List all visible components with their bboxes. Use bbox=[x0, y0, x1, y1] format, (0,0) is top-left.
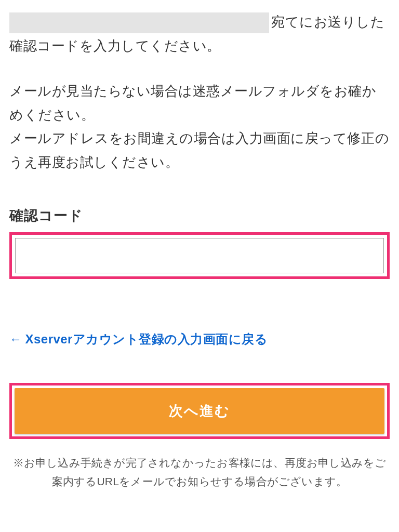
back-to-registration-link[interactable]: ←Xserverアカウント登録の入力画面に戻る bbox=[9, 332, 268, 346]
next-button[interactable]: 次へ進む bbox=[15, 388, 384, 434]
sub-instruction-text: メールが見当たらない場合は迷惑メールフォルダをお確かめください。 メールアドレス… bbox=[9, 79, 390, 174]
submit-button-highlight: 次へ進む bbox=[9, 383, 390, 439]
redacted-email bbox=[9, 12, 269, 33]
code-input-highlight bbox=[9, 232, 390, 279]
verification-code-input[interactable] bbox=[15, 238, 384, 273]
code-field-label: 確認コード bbox=[9, 206, 390, 225]
back-link-text: Xserverアカウント登録の入力画面に戻る bbox=[25, 332, 268, 346]
footer-note-text: ※お申し込み手続きが完了されなかったお客様には、再度お申し込みをご案内するURL… bbox=[9, 454, 390, 490]
back-link-container: ←Xserverアカウント登録の入力画面に戻る bbox=[9, 331, 390, 348]
instruction-text: 宛てにお送りした確認コードを入力してください。 bbox=[9, 10, 390, 58]
arrow-left-icon: ← bbox=[9, 332, 22, 347]
sub-instruction-line1: メールが見当たらない場合は迷惑メールフォルダをお確かめください。 bbox=[9, 79, 390, 127]
sub-instruction-line2: メールアドレスをお間違えの場合は入力画面に戻って修正のうえ再度お試しください。 bbox=[9, 127, 390, 174]
